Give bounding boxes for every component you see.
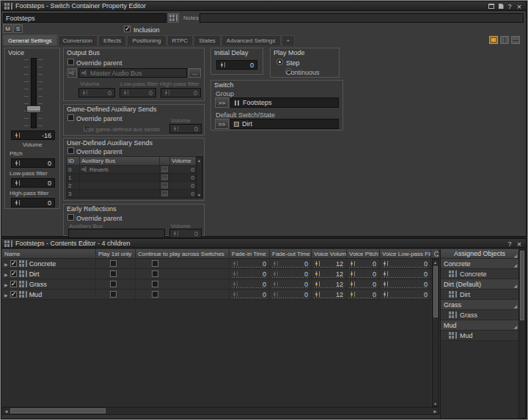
- fade-out-field[interactable]: 0: [270, 290, 312, 299]
- solo-button[interactable]: S: [13, 24, 23, 33]
- collapse-icon[interactable]: [513, 261, 517, 268]
- fade-in-field[interactable]: 0: [230, 279, 270, 289]
- col-voice-lowpass[interactable]: Voice Low-pass Filt: [380, 249, 431, 259]
- switch-group-selector-button[interactable]: >>: [215, 97, 229, 108]
- row-include-checkbox[interactable]: [10, 260, 17, 267]
- contents-editor-titlebar[interactable]: Footsteps - Contents Editor - 4 children: [1, 239, 526, 248]
- expander-icon[interactable]: [4, 260, 8, 268]
- er-volume-field[interactable]: 0: [169, 229, 202, 238]
- scroll-right-icon[interactable]: ▶: [432, 408, 439, 414]
- volume-slider-track[interactable]: [31, 58, 37, 128]
- inclusion-checkbox[interactable]: [124, 26, 131, 32]
- voice-volume-field[interactable]: 12: [312, 269, 347, 279]
- voice-lowpass-field[interactable]: 0: [380, 269, 431, 279]
- tab-advanced-settings[interactable]: Advanced Settings: [221, 35, 281, 45]
- voice-pitch-field[interactable]: 0: [347, 290, 380, 299]
- aux-row-volume[interactable]: 0: [191, 191, 194, 197]
- expander-icon[interactable]: [4, 281, 8, 288]
- col-volume[interactable]: Volume: [170, 157, 196, 165]
- play-1st-checkbox[interactable]: [110, 281, 117, 287]
- voice-lowpass-field[interactable]: 0: [11, 178, 55, 188]
- tab-general-settings[interactable]: General Settings: [3, 34, 57, 45]
- voice-pitch-field[interactable]: 0: [347, 259, 380, 268]
- play-1st-checkbox[interactable]: [110, 291, 117, 298]
- table-row-dirt[interactable]: Dirt 0 0 12 0 0: [2, 269, 439, 279]
- save-button[interactable]: [496, 2, 505, 10]
- assigned-objects-scrollbar[interactable]: [518, 249, 526, 419]
- h-scroll-thumb[interactable]: [10, 408, 106, 413]
- aux-row[interactable]: 0 Reverb ... 0: [67, 166, 202, 174]
- scroll-down-icon[interactable]: ▼: [196, 191, 202, 198]
- collapse-icon[interactable]: [513, 281, 517, 289]
- col-voice-pitch[interactable]: Voice Pitch: [347, 249, 380, 259]
- voice-lowpass-field[interactable]: 0: [380, 279, 431, 289]
- voice-highpass-field[interactable]: 0: [11, 198, 55, 207]
- search-button[interactable]: [431, 249, 439, 259]
- volume-slider-handle[interactable]: [26, 106, 41, 113]
- assigned-item-grass[interactable]: Grass: [441, 310, 518, 320]
- tab-rtpc[interactable]: RTPC: [167, 35, 194, 45]
- assigned-group-concrete[interactable]: Concrete: [441, 259, 518, 269]
- voice-volume-field[interactable]: 12: [312, 279, 347, 289]
- table-h-scrollbar[interactable]: ◀ ▶: [2, 407, 439, 415]
- initial-delay-field[interactable]: 0: [216, 60, 257, 70]
- continue-checkbox[interactable]: [152, 291, 158, 298]
- continue-checkbox[interactable]: [152, 281, 158, 287]
- col-voice-volume[interactable]: Voice Volume: [312, 249, 347, 259]
- table-v-scrollbar[interactable]: ▲ ▼: [432, 259, 439, 407]
- col-continue[interactable]: Continue to play across Switches: [136, 249, 230, 259]
- play-1st-checkbox[interactable]: [110, 260, 117, 267]
- voice-pitch-field[interactable]: 0: [11, 158, 55, 168]
- expander-icon[interactable]: [4, 270, 8, 278]
- fade-out-field[interactable]: 0: [270, 269, 312, 279]
- table-row-grass[interactable]: Grass 0 0 12 0 0: [2, 279, 439, 290]
- row-include-checkbox[interactable]: [10, 291, 17, 298]
- bus-lowpass-field[interactable]: 0: [120, 88, 156, 97]
- bus-volume-field[interactable]: 0: [78, 88, 115, 97]
- aux-row-volume[interactable]: 0: [191, 174, 194, 181]
- aux-browse-button[interactable]: ...: [161, 183, 168, 188]
- tab-states[interactable]: States: [194, 35, 221, 45]
- collapse-icon[interactable]: [513, 323, 517, 330]
- scroll-up-icon[interactable]: ▲: [432, 259, 439, 265]
- default-switch-field[interactable]: Dirt: [230, 119, 339, 129]
- switch-group-field[interactable]: Footsteps: [230, 97, 339, 108]
- row-include-checkbox[interactable]: [10, 281, 17, 287]
- voice-pitch-field[interactable]: 0: [347, 269, 380, 279]
- fade-out-field[interactable]: 0: [270, 279, 312, 289]
- tab-add[interactable]: +: [282, 35, 296, 45]
- aux-browse-button[interactable]: ...: [161, 174, 168, 180]
- expander-icon[interactable]: [4, 291, 8, 298]
- table-row-concrete[interactable]: Concrete 0 0 12 0 0: [2, 259, 439, 269]
- voice-lowpass-field[interactable]: 0: [380, 290, 431, 299]
- assigned-group-grass[interactable]: Grass: [441, 300, 518, 310]
- v-scroll-thumb[interactable]: [433, 266, 438, 317]
- aux-browse-button[interactable]: ...: [161, 166, 168, 172]
- bus-picker-button[interactable]: [67, 68, 77, 78]
- default-switch-selector-button[interactable]: >>: [215, 119, 229, 129]
- tab-effects[interactable]: Effects: [98, 35, 126, 45]
- voice-pitch-field[interactable]: 0: [347, 279, 380, 289]
- close-button[interactable]: [515, 240, 524, 248]
- help-button[interactable]: [505, 2, 514, 10]
- early-reflections-override-checkbox[interactable]: [67, 214, 74, 221]
- scroll-down-icon[interactable]: ▼: [432, 400, 439, 407]
- layout-split-horizontal-icon[interactable]: [511, 36, 520, 44]
- game-aux-override-checkbox[interactable]: [67, 114, 74, 121]
- dock-button[interactable]: [487, 2, 496, 10]
- row-include-checkbox[interactable]: [10, 270, 17, 277]
- user-aux-override-checkbox[interactable]: [67, 147, 74, 154]
- assigned-group-mud[interactable]: Mud: [441, 320, 518, 331]
- voice-volume-field[interactable]: -16: [11, 130, 55, 140]
- assigned-group-dirt[interactable]: Dirt (Default): [441, 279, 518, 290]
- layout-split-vertical-icon[interactable]: [500, 36, 509, 44]
- voice-lowpass-field[interactable]: 0: [380, 259, 431, 268]
- assigned-objects-header[interactable]: Assigned Objects: [441, 249, 518, 259]
- continue-checkbox[interactable]: [152, 260, 158, 267]
- fade-in-field[interactable]: 0: [230, 290, 270, 299]
- aux-browse-button[interactable]: ...: [161, 191, 168, 196]
- col-id[interactable]: ID: [67, 157, 80, 165]
- assigned-item-mud[interactable]: Mud: [441, 331, 518, 341]
- er-bus-field[interactable]: [68, 229, 165, 238]
- bus-highpass-field[interactable]: 0: [161, 88, 201, 97]
